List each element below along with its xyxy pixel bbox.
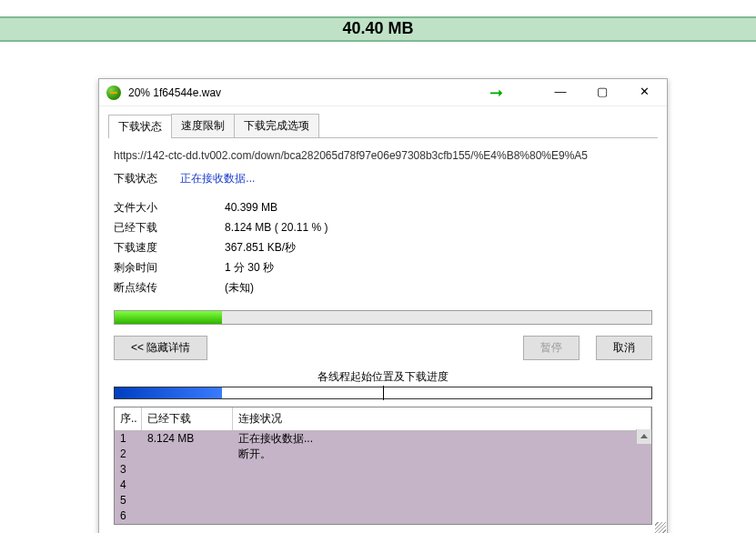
idm-icon (106, 85, 121, 100)
hide-details-button[interactable]: << 隐藏详情 (114, 336, 207, 360)
col-downloaded[interactable]: 已经下载 (142, 407, 233, 430)
close-button[interactable]: ✕ (623, 80, 665, 106)
cell-downloaded (142, 478, 233, 493)
segments-title: 各线程起始位置及下载进度 (108, 369, 658, 385)
pause-button[interactable]: 暂停 (523, 336, 580, 360)
thread-table: 序.. 已经下载 连接状况 18.124 MB正在接收数据...2断开。3456 (114, 407, 652, 525)
cancel-button[interactable]: 取消 (596, 336, 652, 360)
cell-idx: 5 (115, 493, 142, 508)
table-row[interactable]: 2断开。 (115, 447, 651, 462)
chevron-up-icon (640, 434, 648, 438)
minimize-button[interactable]: — (539, 80, 581, 106)
cell-conn (233, 493, 651, 508)
scroll-up-button[interactable] (636, 429, 651, 444)
overall-progress (114, 310, 652, 325)
table-row[interactable]: 4 (115, 478, 651, 493)
size-label: 文件大小 (114, 197, 225, 217)
table-row[interactable]: 18.124 MB正在接收数据... (115, 431, 651, 447)
status-row: 下载状态 正在接收数据... (114, 171, 652, 186)
cell-idx: 4 (115, 478, 142, 493)
playing-icon: ➞ (489, 85, 503, 101)
window-title: 20% 1f64544e.wav (128, 86, 489, 99)
maximize-button[interactable]: ▢ (581, 80, 623, 106)
progress-fill (115, 311, 222, 324)
download-url: https://142-ctc-dd.tv002.com/down/bca282… (114, 149, 652, 162)
status-label: 下载状态 (114, 171, 177, 186)
size-value: 40.399 MB (225, 197, 277, 217)
speed-value: 367.851 KB/秒 (225, 237, 296, 257)
done-value: 8.124 MB ( 20.11 % ) (225, 217, 328, 237)
cell-idx: 1 (115, 431, 142, 447)
cell-downloaded (142, 462, 233, 478)
table-row[interactable]: 3 (115, 462, 651, 478)
cell-conn (233, 508, 651, 524)
tab-complete-options[interactable]: 下载完成选项 (234, 114, 319, 137)
tabs: 下载状态 速度限制 下载完成选项 (108, 114, 658, 138)
cell-downloaded (142, 493, 233, 508)
col-conn[interactable]: 连接状况 (233, 407, 651, 430)
cell-downloaded (142, 447, 233, 462)
cell-conn: 断开。 (233, 447, 651, 462)
banner: 40.40 MB (0, 16, 756, 42)
cell-idx: 2 (115, 447, 142, 462)
status-value: 正在接收数据... (180, 172, 255, 185)
cell-conn (233, 478, 651, 493)
done-label: 已经下载 (114, 217, 225, 237)
eta-value: 1 分 30 秒 (225, 257, 274, 277)
resume-value: (未知) (225, 277, 254, 297)
eta-label: 剩余时间 (114, 257, 225, 277)
table-row[interactable]: 6 (115, 508, 651, 524)
titlebar[interactable]: 20% 1f64544e.wav ➞ — ▢ ✕ (99, 79, 667, 106)
cell-downloaded (142, 508, 233, 524)
download-dialog: 20% 1f64544e.wav ➞ — ▢ ✕ 下载状态 速度限制 下载完成选… (98, 78, 668, 533)
resize-handle[interactable] (655, 522, 666, 533)
resume-label: 断点续传 (114, 277, 225, 297)
cell-conn: 正在接收数据... (233, 431, 651, 447)
tab-speed-limit[interactable]: 速度限制 (171, 114, 235, 137)
speed-label: 下载速度 (114, 237, 225, 257)
cell-idx: 3 (115, 462, 142, 478)
cell-idx: 6 (115, 508, 142, 524)
table-row[interactable]: 5 (115, 493, 651, 508)
tab-status[interactable]: 下载状态 (108, 115, 172, 138)
info-grid: 文件大小40.399 MB 已经下载8.124 MB ( 20.11 % ) 下… (114, 197, 652, 297)
cell-conn (233, 462, 651, 478)
cell-downloaded: 8.124 MB (142, 431, 233, 447)
segments-bar (114, 387, 652, 399)
col-idx[interactable]: 序.. (115, 407, 142, 430)
